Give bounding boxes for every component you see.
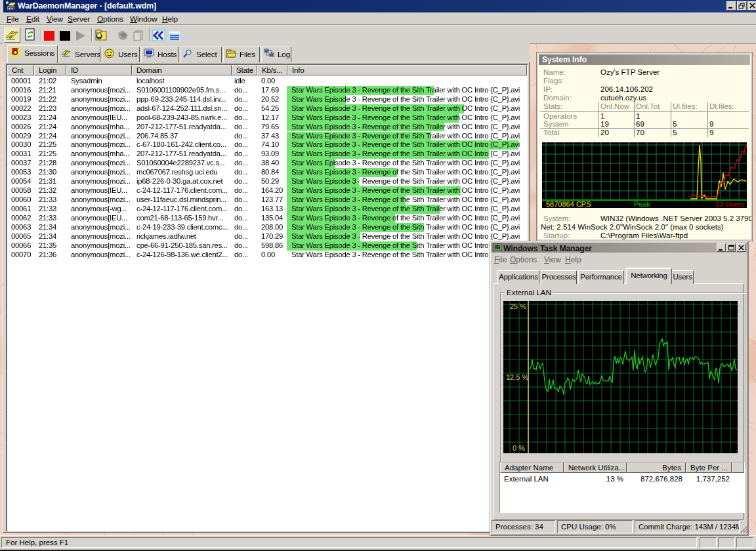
svg-text:23 Users: 23 Users [715, 200, 745, 208]
svg-text:Peak: Peak [634, 200, 651, 208]
svg-text:12.5 %: 12.5 % [506, 373, 528, 381]
svg-text:0 %: 0 % [513, 444, 525, 452]
svg-text:25 %: 25 % [510, 302, 526, 310]
svg-text:5870864 CPS: 5870864 CPS [546, 200, 591, 208]
